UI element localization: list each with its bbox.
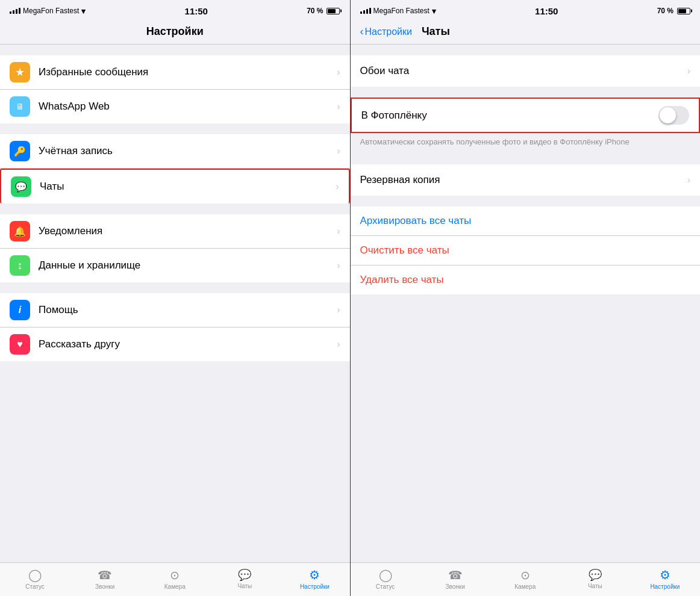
carrier-label: MegaFon Fastest [23,7,79,15]
tab-camera-left[interactable]: ⊙ Камера [140,568,210,590]
carrier-label-right: MegaFon Fastest [373,7,430,15]
tab-status-label-r: Статус [376,583,395,590]
page-title-left: Настройки [10,25,340,38]
status-right-right: 70 % [657,7,690,15]
wallpaper-chevron: › [687,66,690,76]
tab-calls-left[interactable]: ☎ Звонки [70,568,140,590]
back-chevron-icon: ‹ [360,25,364,38]
r-section-gap-3 [351,154,701,164]
tab-camera-label: Камера [164,583,186,590]
battery-icon [327,8,340,14]
battery-percent: 70 % [307,7,323,15]
tab-chats-right[interactable]: 💬 Чаты [560,568,630,589]
tab-chats-left[interactable]: 💬 Чаты [210,568,280,589]
signal-bars-right [360,8,371,14]
list-item-share[interactable]: ♥ Рассказать другу › [0,327,350,361]
status-left-right: MegaFon Fastest ▾ [360,7,436,16]
list-item-chats[interactable]: 💬 Чаты › [0,169,350,203]
tab-camera-right[interactable]: ⊙ Камера [490,568,560,590]
action-clear-all[interactable]: Очистить все чаты [351,236,701,265]
battery-fill [328,9,336,13]
tab-calls-right[interactable]: ☎ Звонки [420,568,490,590]
battery-fill-right [678,9,686,13]
list-item-wallpaper[interactable]: Обои чата › [351,55,701,87]
help-icon: i [10,300,30,320]
list-item-data[interactable]: ↕ Данные и хранилище › [0,249,350,282]
section-gap-2 [0,123,350,134]
r-section-backup: Резервная копия › [351,164,701,196]
right-phone-screen: MegaFon Fastest ▾ 11:50 70 % ‹ Настройки… [351,0,701,596]
tab-chats-icon-r: 💬 [589,568,602,582]
back-label: Настройки [365,26,412,37]
signal-bar-3 [16,9,17,14]
section-2: 🔑 Учётная запись › 💬 Чаты › [0,134,350,203]
whatsapp-web-chevron: › [337,101,340,112]
signal-bar-2 [13,10,14,14]
tab-calls-icon: ☎ [98,568,112,582]
account-chevron: › [337,146,340,157]
tab-camera-icon-r: ⊙ [520,568,530,582]
save-toggle-switch[interactable] [658,106,689,125]
data-label: Данные и хранилище [39,259,337,272]
list-item-backup[interactable]: Резервная копия › [351,164,701,196]
backup-label: Резервная копия [360,174,687,186]
share-label: Рассказать другу [39,338,337,350]
list-item-notifications[interactable]: 🔔 Уведомления › [0,214,350,249]
section-4: i Помощь › ♥ Рассказать другу › [0,293,350,361]
chats-icon: 💬 [11,176,31,197]
toggle-row-save: В Фотоплёнку [352,99,699,132]
tab-status-icon-r: ◯ [379,568,392,582]
r-section-gap-2 [351,87,701,98]
save-to-camera-section: В Фотоплёнку [351,98,701,133]
tab-status-right[interactable]: ◯ Статус [351,568,420,590]
tab-chats-label-r: Чаты [588,583,602,589]
signal-bar-r2 [363,10,365,14]
section-1: ★ Избранные сообщения › 🖥 WhatsApp Web › [0,55,350,123]
battery-icon-right [677,8,690,14]
tab-calls-label: Звонки [95,583,114,590]
wallpaper-label: Обои чата [360,65,687,77]
section-gap-3 [0,203,350,214]
content-left: ★ Избранные сообщения › 🖥 WhatsApp Web ›… [0,45,350,562]
status-bar-left: MegaFon Fastest ▾ 11:50 70 % [0,0,350,20]
data-chevron: › [337,260,340,271]
list-item-whatsapp-web[interactable]: 🖥 WhatsApp Web › [0,90,350,123]
r-section-actions: Архивировать все чаты Очистить все чаты … [351,206,701,294]
signal-bar-r3 [366,9,368,14]
tab-chats-icon: 💬 [238,568,251,582]
tab-settings-icon-r: ⚙ [660,568,670,582]
section-gap [0,45,350,55]
starred-label: Избранные сообщения [39,66,337,78]
time-label: 11:50 [185,6,208,16]
list-item-account[interactable]: 🔑 Учётная запись › [0,134,350,169]
signal-bar-r1 [360,11,362,14]
tab-status-left[interactable]: ◯ Статус [0,568,70,590]
action-delete-all[interactable]: Удалить все чаты [351,265,701,294]
nav-bar-right: ‹ Настройки Чаты [351,20,701,45]
account-label: Учётная запись [39,145,337,157]
r-section-gap-5 [351,294,701,305]
r-section-wallpaper: Обои чата › [351,55,701,87]
r-section-gap-1 [351,45,701,55]
tab-settings-label: Настройки [300,583,330,590]
list-item-help[interactable]: i Помощь › [0,293,350,327]
back-button[interactable]: ‹ Настройки [360,25,412,38]
content-right: Обои чата › В Фотоплёнку Автоматически с… [351,45,701,562]
tab-settings-icon: ⚙ [309,568,320,582]
section-gap-5 [0,361,350,372]
clear-all-label: Очистить все чаты [360,244,449,256]
nav-bar-left: Настройки [0,20,350,45]
chats-label: Чаты [40,181,336,193]
tab-status-label: Статус [25,583,45,590]
list-item-starred[interactable]: ★ Избранные сообщения › [0,55,350,90]
whatsapp-web-label: WhatsApp Web [39,101,337,113]
action-archive-all[interactable]: Архивировать все чаты [351,206,701,236]
tab-settings-right[interactable]: ⚙ Настройки [630,568,700,590]
data-icon: ↕ [10,255,30,276]
tab-settings-left[interactable]: ⚙ Настройки [280,568,349,590]
signal-bar-r4 [369,8,371,14]
tab-calls-label-r: Звонки [445,583,464,590]
status-left: MegaFon Fastest ▾ [10,7,86,16]
section-gap-4 [0,282,350,293]
wifi-icon-right: ▾ [432,7,436,16]
